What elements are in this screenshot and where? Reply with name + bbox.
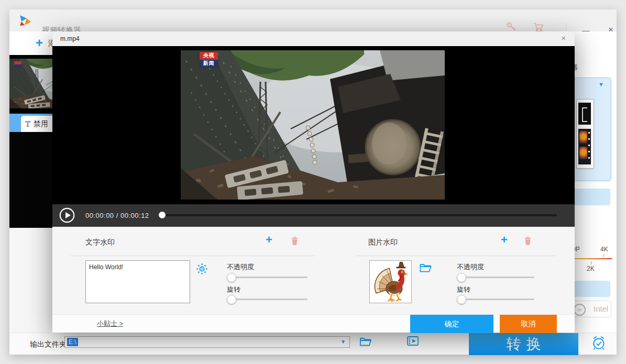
slider-track[interactable]: [227, 299, 307, 300]
image-rotate-label: 旋转: [457, 285, 470, 294]
format-preview-card[interactable]: [576, 99, 594, 169]
dialog-close-icon[interactable]: ×: [558, 34, 569, 44]
store-cart-icon[interactable]: [533, 22, 545, 32]
cctv-news-badge: 央视 新闻: [200, 52, 218, 67]
filmstrip-icon: [578, 129, 591, 164]
resolution-slider[interactable]: [568, 258, 612, 259]
turkey-image: [370, 261, 411, 303]
intel-logo-icon: tel: [574, 304, 586, 316]
format-screen-thumb: [578, 103, 591, 125]
text-opacity-label: 不透明度: [227, 262, 254, 272]
output-folder-value: E:\: [67, 338, 78, 346]
dialog-footer: 小贴士 > 确定 取消: [52, 314, 575, 333]
intel-badge: tel Intel: [568, 301, 611, 317]
app-logo-icon: [19, 15, 31, 26]
text-tool-icon: T: [25, 119, 30, 128]
divider: [71, 256, 314, 256]
register-key-icon[interactable]: [506, 21, 517, 32]
text-settings-gear-icon[interactable]: [196, 263, 208, 275]
screen-bracket-shape: [582, 107, 587, 122]
progress-bar[interactable]: [160, 214, 557, 216]
dialog-title: m.mp4: [60, 35, 80, 42]
slider-thumb[interactable]: [457, 273, 466, 282]
image-watermark-title: 图片水印: [368, 238, 398, 247]
add-text-watermark-icon[interactable]: +: [266, 233, 272, 247]
progress-handle[interactable]: [159, 212, 166, 218]
slider-track[interactable]: [227, 277, 307, 278]
output-folder-combobox[interactable]: E:\ ▼: [64, 336, 350, 348]
titlebar: 视频转换器 — ×: [9, 9, 617, 31]
play-button[interactable]: [59, 207, 75, 223]
slider-thumb[interactable]: [457, 295, 466, 304]
watermark-text-input[interactable]: Hello World!: [85, 260, 190, 303]
delete-text-watermark-icon[interactable]: [290, 236, 300, 246]
delete-image-watermark-icon[interactable]: [523, 236, 533, 246]
cancel-button[interactable]: 取消: [500, 315, 557, 333]
slider-track[interactable]: [457, 277, 534, 278]
text-opacity-slider[interactable]: [227, 273, 307, 282]
format-dropdown-caret-icon[interactable]: ▼: [598, 81, 604, 87]
minimize-button[interactable]: —: [574, 19, 597, 41]
thumbnail-badge-icon: [14, 61, 21, 68]
add-files-label-partial[interactable]: 添: [48, 39, 52, 48]
combo-caret-icon[interactable]: ▼: [341, 339, 346, 345]
tips-link[interactable]: 小贴士 >: [97, 319, 123, 328]
add-files-plus-icon[interactable]: +: [36, 36, 43, 50]
output-folder-label: 输出文件夹:: [30, 340, 69, 349]
tab-text-disable[interactable]: T 禁用: [21, 116, 52, 132]
slider-track[interactable]: [457, 299, 534, 300]
rename-video-icon[interactable]: [407, 335, 420, 347]
tab-disable-label: 禁用: [34, 119, 48, 129]
resolution-mid-label: 2K: [587, 265, 595, 272]
add-image-watermark-icon[interactable]: +: [501, 233, 508, 247]
image-rotate-slider[interactable]: [457, 295, 534, 304]
schedule-alarm-icon[interactable]: [591, 335, 607, 351]
image-watermark-section: 图片水印 +: [356, 227, 555, 314]
open-folder-icon[interactable]: [359, 336, 372, 347]
screen: 视频转换器 — × + 添 T 禁用: [0, 0, 626, 364]
resolution-tick-4k: [603, 254, 604, 257]
watermark-dialog: m.mp4 × 央视 新闻 00:00:00 / 0: [52, 31, 575, 333]
text-watermark-section: 文字水印 + Hello World!: [71, 227, 314, 314]
close-button[interactable]: ×: [599, 19, 622, 41]
time-display: 00:00:00 / 00:00:12: [85, 212, 149, 219]
player-bar: 00:00:00 / 00:00:12: [52, 204, 575, 227]
text-rotate-slider[interactable]: [227, 295, 307, 304]
watermark-image-thumb[interactable]: [369, 260, 412, 303]
divider: [356, 256, 555, 256]
main-lower-panel: [9, 228, 52, 333]
time-separator: /: [116, 212, 118, 219]
intel-badge-label: Intel: [594, 304, 608, 313]
badge-line-2: 新闻: [200, 60, 218, 68]
browse-image-folder-icon[interactable]: [419, 262, 432, 273]
watermark-tabstrip: T 禁用: [9, 114, 52, 132]
image-opacity-slider[interactable]: [457, 273, 534, 282]
video-preview-area: 央视 新闻: [52, 46, 575, 204]
text-rotate-label: 旋转: [227, 285, 240, 294]
text-watermark-title: 文字水印: [85, 238, 115, 247]
time-total: 00:00:12: [120, 212, 149, 219]
convert-button[interactable]: 转换: [469, 333, 578, 355]
dialog-header: m.mp4 ×: [52, 31, 575, 46]
resolution-tick-2k: [591, 261, 591, 264]
video-thumbnail[interactable]: [9, 55, 52, 114]
slider-thumb[interactable]: [227, 273, 236, 282]
time-current: 00:00:00: [85, 212, 114, 219]
image-opacity-label: 不透明度: [457, 262, 484, 272]
resolution-right-label: 4K: [600, 246, 608, 253]
video-image: [181, 50, 445, 200]
video-frame: 央视 新闻: [181, 50, 445, 200]
slider-thumb[interactable]: [227, 295, 236, 304]
add-files-toolbar: + 添: [9, 31, 52, 55]
main-preview-background: [9, 132, 52, 228]
bottom-bar: 输出文件夹: E:\ ▼ 转换: [9, 333, 617, 355]
ok-button[interactable]: 确定: [410, 315, 493, 333]
badge-line-1: 央视: [200, 52, 218, 60]
